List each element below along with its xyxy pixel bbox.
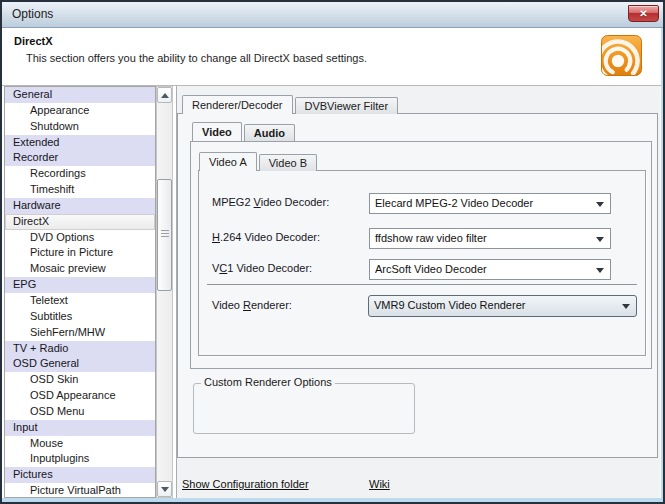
window-title: Options <box>12 2 53 27</box>
label-accelerator: V <box>254 196 261 208</box>
video-renderer-value: VMR9 Custom Video Renderer <box>374 296 618 315</box>
tab-dvbviewer-filter[interactable]: DVBViewer Filter <box>295 97 399 114</box>
vc1-decoder-select[interactable]: ArcSoft Video Decoder <box>369 259 611 280</box>
video-a-page: MPEG2 Video Decoder: Elecard MPEG-2 Vide… <box>198 170 646 356</box>
options-dialog: Options ✕ DirectX This section offers yo… <box>0 0 665 504</box>
sidebar-item[interactable]: Recorder <box>5 150 155 166</box>
sidebar-item[interactable]: Shutdown <box>5 119 155 135</box>
tab-video-b[interactable]: Video B <box>259 154 317 171</box>
scroll-up-button[interactable] <box>157 87 172 103</box>
sidebar-item[interactable]: OSD Appearance <box>5 388 155 404</box>
close-button[interactable]: ✕ <box>628 5 659 22</box>
sidebar-item[interactable]: OSD Skin <box>5 372 155 388</box>
tab-audio[interactable]: Audio <box>244 124 295 141</box>
section-description: This section offers you the ability to c… <box>26 52 367 64</box>
renderer-decoder-page: Video Audio Video A Video B MPEG2 Video … <box>177 113 658 458</box>
sidebar-item[interactable]: Hardware <box>5 198 155 214</box>
dvbviewer-logo-icon <box>601 35 642 76</box>
sidebar-nav: GeneralAppearanceShutdownExtendedRecorde… <box>4 86 156 498</box>
label-text: .264 Video Decoder: <box>220 231 320 243</box>
scrollbar-grip-icon <box>161 230 169 231</box>
mpeg2-decoder-value: Elecard MPEG-2 Video Decoder <box>375 194 592 213</box>
scroll-down-button[interactable] <box>157 481 172 497</box>
h264-decoder-select[interactable]: ffdshow raw video filter <box>369 228 611 249</box>
field-separator <box>207 284 637 285</box>
sidebar-item[interactable]: Teletext <box>5 293 155 309</box>
sidebar-item[interactable]: General <box>5 87 155 103</box>
video-audio-tab-strip: Video Audio <box>192 122 295 141</box>
sidebar-item[interactable]: Picture VirtualPath <box>5 483 155 498</box>
dropdown-arrow-icon <box>596 202 604 207</box>
sidebar-item[interactable]: OSD Menu <box>5 404 155 420</box>
sidebar-item[interactable]: TV + Radio <box>5 341 155 357</box>
label-text: ideo Decoder: <box>261 196 330 208</box>
mpeg2-decoder-label: MPEG2 Video Decoder: <box>212 196 329 208</box>
sidebar-item[interactable]: Mouse <box>5 436 155 452</box>
label-text: 1 Video Decoder: <box>227 262 312 274</box>
scrollbar-thumb[interactable] <box>157 179 172 291</box>
tab-video[interactable]: Video <box>192 122 242 141</box>
sidebar-item[interactable]: Inputplugins <box>5 451 155 467</box>
sidebar-scrollbar[interactable] <box>156 86 173 498</box>
video-renderer-label: Video Renderer: <box>212 299 292 311</box>
section-title: DirectX <box>14 35 53 47</box>
dropdown-arrow-icon <box>622 304 630 309</box>
label-text: Video <box>212 299 243 311</box>
video-ab-tab-strip: Video A Video B <box>199 152 317 171</box>
h264-decoder-label: H.264 Video Decoder: <box>212 231 320 243</box>
label-text: enderer: <box>251 299 292 311</box>
title-bar[interactable]: Options ✕ <box>2 2 663 28</box>
sidebar-item[interactable]: Picture in Picture <box>5 245 155 261</box>
video-page: Video A Video B MPEG2 Video Decoder: Ele… <box>190 141 652 369</box>
main-panel: Renderer/Decoder DVBViewer Filter Video … <box>176 86 660 498</box>
sidebar-item[interactable]: Mosaic preview <box>5 261 155 277</box>
sidebar-item[interactable]: SiehFern/MHW <box>5 325 155 341</box>
sidebar-item[interactable]: DirectX <box>5 214 155 230</box>
label-accelerator: R <box>243 299 251 311</box>
outer-tab-strip: Renderer/Decoder DVBViewer Filter <box>182 95 398 114</box>
close-icon: ✕ <box>639 8 647 19</box>
sidebar-item[interactable]: Input <box>5 420 155 436</box>
sidebar-item[interactable]: Extended <box>5 135 155 151</box>
dropdown-arrow-icon <box>596 237 604 242</box>
sidebar-item[interactable]: Appearance <box>5 103 155 119</box>
sidebar-item[interactable]: Timeshift <box>5 182 155 198</box>
vc1-decoder-value: ArcSoft Video Decoder <box>375 260 592 279</box>
video-renderer-select[interactable]: VMR9 Custom Video Renderer <box>368 295 637 317</box>
tab-renderer-decoder[interactable]: Renderer/Decoder <box>182 95 293 114</box>
tab-video-a[interactable]: Video A <box>199 152 257 171</box>
label-text: MPEG2 <box>212 196 254 208</box>
arrow-up-icon <box>161 93 169 98</box>
h264-decoder-value: ffdshow raw video filter <box>375 229 592 248</box>
sidebar-item[interactable]: DVD Options <box>5 230 155 246</box>
sidebar-item[interactable]: OSD General <box>5 356 155 372</box>
arrow-down-icon <box>161 487 169 492</box>
show-configuration-folder-link[interactable]: Show Configuration folder <box>182 478 309 490</box>
mpeg2-decoder-select[interactable]: Elecard MPEG-2 Video Decoder <box>369 193 611 214</box>
custom-renderer-options-group: Custom Renderer Options <box>193 383 415 434</box>
sidebar-item[interactable]: Pictures <box>5 467 155 483</box>
wiki-link[interactable]: Wiki <box>369 478 390 490</box>
label-accelerator: H <box>212 231 220 243</box>
sidebar-item[interactable]: EPG <box>5 277 155 293</box>
section-header: DirectX This section offers you the abil… <box>2 28 661 86</box>
sidebar-item[interactable]: Recordings <box>5 166 155 182</box>
groupbox-legend: Custom Renderer Options <box>201 376 335 388</box>
sidebar-item[interactable]: Subtitles <box>5 309 155 325</box>
dropdown-arrow-icon <box>596 268 604 273</box>
vc1-decoder-label: VC1 Video Decoder: <box>212 262 312 274</box>
